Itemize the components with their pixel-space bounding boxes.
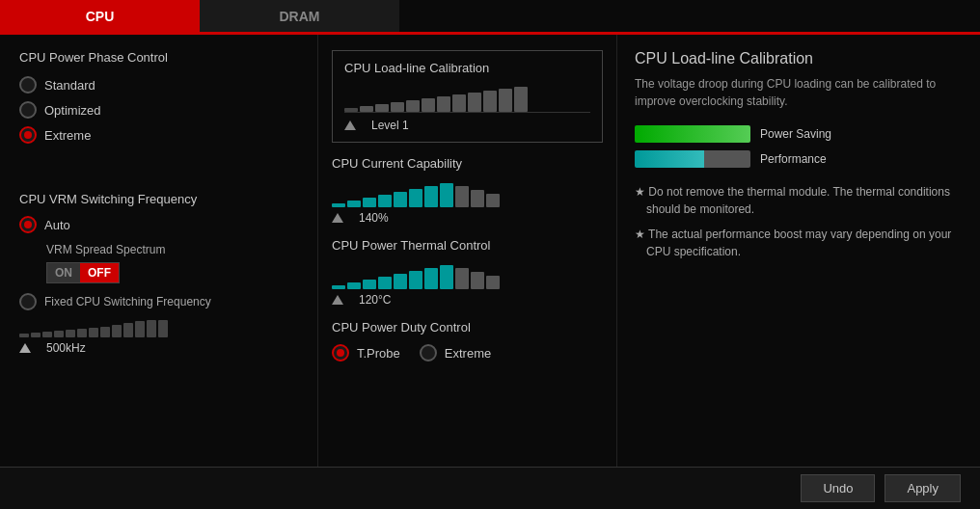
right-description: The voltage droop during CPU loading can… xyxy=(635,75,963,110)
legend-bar-performance xyxy=(635,150,750,168)
vrm-spread-label: VRM Spread Spectrum xyxy=(46,243,298,256)
thermal-slider-row: 120°C xyxy=(332,293,603,307)
duty-title: CPU Power Duty Control xyxy=(332,320,603,335)
capability-value: 140% xyxy=(359,211,389,225)
center-panel: CPU Load-line Calibration Level 1 xyxy=(318,35,617,467)
toggle-on[interactable]: ON xyxy=(47,263,80,282)
toggle-row: ON OFF xyxy=(46,262,298,283)
right-panel: CPU Load-line Calibration The voltage dr… xyxy=(617,35,980,467)
radio-auto[interactable]: Auto xyxy=(19,216,298,233)
undo-button[interactable]: Undo xyxy=(801,474,875,502)
radio-tprobe[interactable]: T.Probe xyxy=(332,344,400,362)
radio-circle-fixed xyxy=(19,293,37,310)
vrm-spread-section: VRM Spread Spectrum ON OFF xyxy=(46,243,298,283)
freq-value: 500kHz xyxy=(46,341,86,355)
vrm-section: CPU VRM Switching Frequency Auto VRM Spr… xyxy=(19,192,298,355)
toggle-off[interactable]: OFF xyxy=(80,263,119,282)
main-content: CPU Power Phase Control Standard Optimiz… xyxy=(0,35,980,467)
radio-circle-auto xyxy=(19,216,37,233)
radio-circle-standard xyxy=(19,76,37,94)
radio-fixed[interactable]: Fixed CPU Switching Frequency xyxy=(19,293,298,310)
thermal-stair xyxy=(332,262,603,289)
apply-button[interactable]: Apply xyxy=(885,474,961,502)
radio-optimized[interactable]: Optimized xyxy=(19,101,298,119)
th-arrow xyxy=(332,295,343,305)
capability-section: CPU Current Capability 140% xyxy=(332,156,603,225)
left-panel: CPU Power Phase Control Standard Optimiz… xyxy=(0,35,318,467)
vrm-toggle[interactable]: ON OFF xyxy=(46,262,120,283)
thermal-value: 120°C xyxy=(359,293,392,307)
phase-control-group: Standard Optimized Extreme xyxy=(19,76,298,144)
legend-label-power-saving: Power Saving xyxy=(760,127,831,141)
phase-control-title: CPU Power Phase Control xyxy=(19,50,298,65)
tab-cpu[interactable]: CPU xyxy=(0,0,200,32)
freq-slider-container: 500kHz xyxy=(19,320,298,355)
calibration-level-row: Level 1 xyxy=(344,112,590,132)
calibration-level: Level 1 xyxy=(371,119,409,132)
freq-slider-row: 500kHz xyxy=(19,341,298,355)
bottom-bar: Undo Apply xyxy=(0,467,980,509)
duty-section: CPU Power Duty Control T.Probe Extreme xyxy=(332,320,603,362)
radio-circle-duty-extreme xyxy=(420,344,437,362)
cal-arrow xyxy=(344,121,356,130)
cap-arrow xyxy=(332,213,343,223)
tab-dram[interactable]: DRAM xyxy=(200,0,399,32)
capability-title: CPU Current Capability xyxy=(332,156,603,171)
legend-label-performance: Performance xyxy=(760,152,827,166)
legend-performance: Performance xyxy=(635,150,963,168)
vrm-title: CPU VRM Switching Frequency xyxy=(19,192,298,206)
note-0: ★ Do not remove the thermal module. The … xyxy=(635,183,963,218)
capability-stair xyxy=(332,180,603,207)
legend-power-saving: Power Saving xyxy=(635,125,963,143)
right-title: CPU Load-line Calibration xyxy=(635,50,963,67)
calibration-section: CPU Load-line Calibration Level 1 xyxy=(332,50,603,143)
calibration-title: CPU Load-line Calibration xyxy=(344,61,590,75)
freq-arrow xyxy=(19,343,31,353)
thermal-title: CPU Power Thermal Control xyxy=(332,238,603,253)
radio-standard[interactable]: Standard xyxy=(19,76,298,94)
thermal-section: CPU Power Thermal Control 120°C xyxy=(332,238,603,307)
notes-section: ★ Do not remove the thermal module. The … xyxy=(635,183,963,260)
radio-circle-tprobe xyxy=(332,344,349,362)
legend-bar-power-saving xyxy=(635,125,750,143)
tab-bar: CPU DRAM xyxy=(0,0,980,32)
radio-extreme[interactable]: Extreme xyxy=(19,126,298,144)
radio-duty-extreme[interactable]: Extreme xyxy=(420,344,491,362)
radio-circle-extreme xyxy=(19,126,37,144)
note-1: ★ The actual performance boost may vary … xyxy=(635,226,963,260)
duty-radio-group: T.Probe Extreme xyxy=(332,344,603,362)
radio-circle-optimized xyxy=(19,101,37,119)
capability-slider-row: 140% xyxy=(332,211,603,225)
calibration-stair xyxy=(344,85,590,112)
freq-stair xyxy=(19,320,298,337)
